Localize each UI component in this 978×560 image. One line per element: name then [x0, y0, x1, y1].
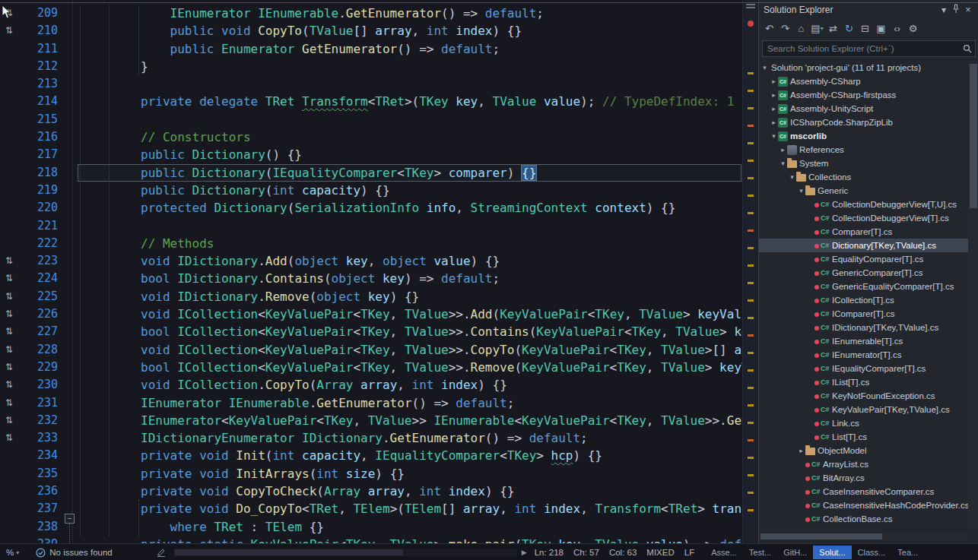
tree-item[interactable]: C#EqualityComparer[T].cs	[759, 252, 968, 266]
code-text[interactable]: IEnumerator<KeyValuePair<TKey, TValue>> …	[82, 412, 743, 429]
tree-item[interactable]: ▸C#Assembly-UnityScript	[759, 102, 968, 115]
scroll-right-icon[interactable]: ▶	[522, 549, 527, 556]
tree-item[interactable]: C#ArrayList.cs	[759, 457, 968, 471]
implements-interface-icon[interactable]: ⇅	[5, 379, 13, 390]
code-editor[interactable]: ⇅209 IEnumerator IEnumerable.GetEnumerat…	[0, 0, 758, 543]
code-text[interactable]: private void CopyToCheck(Array array, in…	[82, 482, 743, 500]
issues-indicator[interactable]: No issues found	[36, 548, 112, 558]
implements-interface-icon[interactable]: ⇅	[5, 326, 13, 337]
tree-item[interactable]: C#IEqualityComparer[T].cs	[759, 362, 968, 375]
column-indicator[interactable]: Col: 63	[609, 548, 637, 557]
tree-item[interactable]: ▾Generic	[759, 184, 968, 198]
tree-item[interactable]: C#CaseInsensitiveComparer.cs	[759, 485, 968, 498]
implements-interface-icon[interactable]: ⇅	[5, 8, 13, 18]
code-text[interactable]: private void Do_CopyTo<TRet, TElem>(TEle…	[82, 500, 743, 517]
code-text[interactable]: private void InitArrays(int size) {}	[82, 465, 743, 482]
code-text[interactable]: IDictionaryEnumerator IDictionary.GetEnu…	[82, 429, 743, 447]
code-text[interactable]: private void Init(int capacity, IEqualit…	[82, 447, 743, 464]
implements-interface-icon[interactable]: ⇅	[5, 308, 13, 319]
code-line-228[interactable]: ⇅228 void ICollection<KeyValuePair<TKey,…	[0, 341, 743, 359]
toolbar-pending-changes-filter-icon[interactable]: ⇄	[827, 21, 840, 36]
tree-horizontal-scrollbar[interactable]	[759, 533, 968, 540]
code-text[interactable]: IEnumerator IEnumerable.GetEnumerator() …	[82, 394, 743, 412]
expander-icon[interactable]: ▸	[779, 146, 787, 153]
panel-tab-solut[interactable]: Solut...	[813, 546, 851, 559]
code-text[interactable]: // Constructors	[82, 128, 743, 146]
document-health-error-icon[interactable]	[748, 21, 754, 27]
code-line-235[interactable]: 235 private void InitArrays(int size) {}	[0, 465, 743, 482]
code-line-220[interactable]: 220 protected Dictionary(SerializationIn…	[0, 199, 743, 217]
tree-vertical-scrollbar[interactable]	[968, 61, 978, 530]
toolbar-switch-views-icon[interactable]: ▤▾	[811, 21, 824, 36]
toolbar-home-icon[interactable]: ⌂	[795, 21, 808, 36]
tree-item[interactable]: C#CaseInsensitiveHashCodeProvider.cs	[759, 498, 968, 512]
code-text[interactable]: public Dictionary() {}	[82, 146, 743, 163]
toolbar-collapse-all-icon[interactable]: ⊟	[859, 21, 872, 36]
code-line-234[interactable]: 234 private void Init(int capacity, IEqu…	[0, 447, 743, 464]
code-text[interactable]: void ICollection.CopyTo(Array array, int…	[82, 376, 743, 394]
implements-interface-icon[interactable]: ⇅	[5, 255, 13, 266]
tree-item[interactable]: ▸C#Assembly-CSharp	[759, 74, 968, 88]
tree-item[interactable]: C#CollectionDebuggerView[T].cs	[759, 211, 968, 225]
chevron-down-icon[interactable]: ▾	[938, 5, 950, 15]
tree-item[interactable]: ▾C#mscorlib	[759, 129, 968, 143]
code-text[interactable]: void ICollection<KeyValuePair<TKey, TVal…	[82, 341, 743, 359]
code-line-215[interactable]: 215	[0, 111, 743, 128]
tree-item[interactable]: C#CollectionBase.cs	[759, 512, 968, 526]
code-line-222[interactable]: 222 // Methods	[0, 235, 743, 252]
expander-icon[interactable]: ▸	[770, 119, 778, 126]
tree-item[interactable]: C#IEnumerator[T].cs	[759, 348, 968, 362]
code-line-218[interactable]: 218 public Dictionary(IEqualityComparer<…	[0, 164, 743, 182]
tree-item[interactable]: ▸ObjectModel	[759, 444, 968, 457]
code-line-226[interactable]: ⇅226 void ICollection<KeyValuePair<TKey,…	[0, 305, 743, 323]
implements-interface-icon[interactable]: ⇅	[5, 415, 13, 426]
code-text[interactable]: void IDictionary.Add(object key, object …	[82, 252, 743, 270]
code-text[interactable]: void ICollection<KeyValuePair<TKey, TVal…	[82, 305, 743, 323]
tree-item[interactable]: C#KeyNotFoundException.cs	[759, 389, 968, 403]
expander-icon[interactable]: ▸	[770, 105, 778, 112]
expander-icon[interactable]: ▾	[760, 64, 769, 71]
expander-icon[interactable]: ▾	[788, 173, 796, 181]
code-line-232[interactable]: ⇅232 IEnumerator<KeyValuePair<TKey, TVal…	[0, 412, 743, 429]
code-line-224[interactable]: ⇅224 bool IDictionary.Contains(object ke…	[0, 270, 743, 287]
tree-item[interactable]: C#GenericComparer[T].cs	[759, 266, 968, 280]
implements-interface-icon[interactable]: ⇅	[5, 25, 13, 36]
tree-item[interactable]: ▾System	[759, 157, 968, 170]
code-line-233[interactable]: ⇅233 IDictionaryEnumerator IDictionary.G…	[0, 429, 743, 447]
tree-item[interactable]: C#GenericEqualityComparer[T].cs	[759, 280, 968, 293]
panel-tab-class[interactable]: Class...	[852, 546, 892, 559]
expander-icon[interactable]: ▾	[797, 187, 805, 195]
code-text[interactable]: private delegate TRet Transform<TRet>(TK…	[82, 93, 743, 110]
toolbar-settings-icon[interactable]: ⚙	[907, 21, 919, 36]
tree-item[interactable]: C#IDictionary[TKey,TValue].cs	[759, 321, 968, 334]
editor-scrollbar[interactable]	[742, 0, 758, 543]
implements-interface-icon[interactable]: ⇅	[5, 397, 13, 408]
code-line-238[interactable]: 238 where TRet : TElem {}	[0, 518, 743, 536]
tree-item[interactable]: ▸C#ICSharpCode.SharpZipLib	[759, 115, 968, 129]
tree-item[interactable]: C#ICollection[T].cs	[759, 293, 968, 307]
implements-interface-icon[interactable]: ⇅	[5, 291, 13, 302]
toolbar-forward-icon[interactable]: ↷	[779, 21, 792, 36]
line-indicator[interactable]: Ln: 218	[535, 548, 564, 557]
expander-icon[interactable]: ▾	[779, 160, 787, 167]
tree-item[interactable]: ▾Solution 'project-gui' (11 of 11 projec…	[759, 61, 968, 74]
code-line-213[interactable]: 213	[0, 75, 743, 93]
panel-tab-tea[interactable]: Tea...	[891, 546, 924, 559]
code-line-221[interactable]: 221	[0, 217, 743, 235]
code-line-225[interactable]: ⇅225 void IDictionary.Remove(object key)…	[0, 288, 743, 305]
code-text[interactable]: bool IDictionary.Contains(object key) =>…	[82, 270, 743, 287]
splitter-grip-icon[interactable]	[746, 4, 755, 5]
code-text[interactable]: where TRet : TElem {}	[82, 518, 743, 536]
code-line-216[interactable]: 216 // Constructors	[0, 128, 743, 146]
character-indicator[interactable]: Ch: 57	[573, 548, 599, 557]
code-line-237[interactable]: 237− private void Do_CopyTo<TRet, TElem>…	[0, 500, 743, 517]
close-icon[interactable]: ×	[962, 5, 974, 15]
code-line-211[interactable]: 211 public Enumerator GetEnumerator() =>…	[0, 40, 743, 58]
code-text[interactable]: // Methods	[82, 235, 743, 252]
horizontal-scrollbar[interactable]	[173, 549, 517, 556]
toolbar-back-icon[interactable]: ↶	[763, 21, 776, 36]
toolbar-copy-path-icon[interactable]: ▣	[875, 21, 888, 36]
code-line-231[interactable]: ⇅231 IEnumerator IEnumerable.GetEnumerat…	[0, 394, 743, 412]
eol-indicator[interactable]: LF	[684, 548, 694, 557]
tree-item[interactable]: C#IComparer[T].cs	[759, 307, 968, 321]
